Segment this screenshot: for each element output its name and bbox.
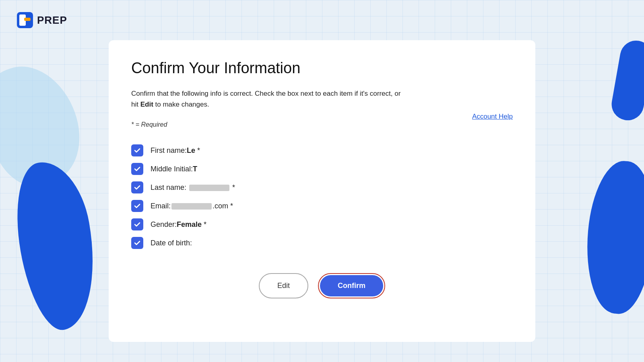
field-row-first-name: First name:Le * [131,144,513,156]
field-row-last-name: Last name: * [131,181,513,193]
field-row-middle-initial: Middle Initial:T [131,163,513,175]
checkbox-middle-initial[interactable] [131,163,143,175]
edit-button[interactable]: Edit [259,273,308,298]
confirm-button[interactable]: Confirm [320,275,383,296]
logo: PREP [16,11,67,29]
checkbox-gender[interactable] [131,218,143,230]
confirm-button-wrapper: Confirm [318,273,385,298]
field-label-middle-initial: Middle Initial:T [151,165,197,173]
checkbox-last-name[interactable] [131,181,143,193]
field-label-gender: Gender:Female * [151,220,206,229]
field-label-email: Email:.com * [151,202,233,210]
field-label-first-name: First name:Le * [151,146,200,155]
account-help-link[interactable]: Account Help [472,113,513,121]
logo-text: PREP [37,14,67,27]
decorative-blob-right-bottom [581,158,644,316]
checkbox-dob[interactable] [131,237,143,249]
redacted-email [171,203,212,210]
page-title: Confirm Your Information [131,60,513,77]
description-text-part2: to make changes. [153,101,209,108]
checkbox-first-name[interactable] [131,144,143,156]
svg-rect-2 [24,18,31,21]
description-bold: Edit [140,101,153,108]
field-row-dob: Date of birth: [131,237,513,249]
required-note: * = Required [131,121,513,128]
buttons-row: Edit Confirm [131,273,513,298]
field-row-gender: Gender:Female * [131,218,513,230]
field-label-dob: Date of birth: [151,239,192,247]
field-label-last-name: Last name: * [151,183,235,192]
page-description: Confirm that the following info is corre… [131,88,405,110]
main-card: Confirm Your Information Confirm that th… [109,40,535,342]
logo-icon [16,11,34,29]
fields-list: First name:Le * Middle Initial:T Last na… [131,144,513,249]
checkbox-email[interactable] [131,200,143,212]
redacted-last-name [189,185,229,191]
field-row-email: Email:.com * [131,200,513,212]
decorative-blob-right-top [609,38,644,123]
